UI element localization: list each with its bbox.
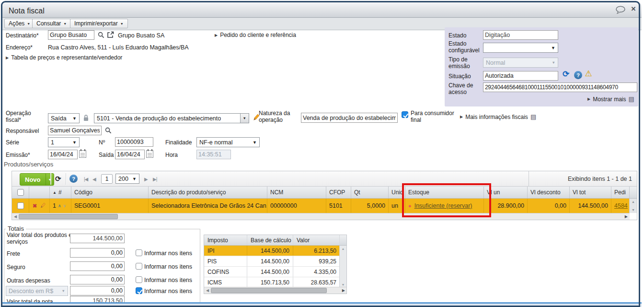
menu-consultar-label: Consultar — [36, 20, 61, 27]
edit-row-icon[interactable] — [39, 202, 46, 210]
estoque-insuficiente-link[interactable]: Insuficiente (reservar) — [414, 202, 472, 209]
refresh-situacao-icon[interactable]: ⟳ — [561, 69, 571, 79]
outras-informar-checkbox[interactable] — [136, 276, 142, 283]
seguro-informar-checkbox[interactable] — [136, 263, 142, 270]
outras-despesas-input[interactable] — [70, 275, 125, 284]
numero-input[interactable] — [115, 137, 153, 147]
header-valor[interactable]: Valor — [293, 235, 340, 245]
desconto-input[interactable] — [70, 286, 125, 295]
mais-informacoes-expander[interactable]: ▶ Mais informações fiscais ▤ — [460, 113, 536, 120]
header-pedido[interactable]: Pedi — [611, 187, 630, 198]
destinatario-display-name[interactable]: Grupo Busato SA — [118, 32, 164, 39]
pedido-cliente-expander[interactable]: ▶ Pedido do cliente e referência — [215, 32, 296, 38]
imposto-row-icms[interactable]: ICMS 150.713,50 28.635,57 — [204, 277, 346, 288]
help-icon[interactable]: ? — [574, 71, 582, 79]
endereco-value: Rua Castro Alves, 511 - Luís Eduardo Mag… — [48, 44, 189, 51]
page-first-icon[interactable]: |◀ — [84, 177, 88, 182]
estado-configuravel-select[interactable]: ▼ — [483, 43, 558, 53]
grid-horizontal-scrollbar[interactable]: ◀ ▶ — [12, 213, 630, 220]
scroll-left-icon[interactable]: ◀ — [206, 288, 209, 293]
search-icon[interactable] — [104, 127, 112, 134]
grid-vertical-scrollbar[interactable]: ▲ ▼ — [629, 199, 637, 213]
impostos-horizontal-scrollbar[interactable]: ◀ ▶ — [204, 287, 346, 294]
scrollbar-thumb[interactable] — [19, 214, 118, 219]
chevron-down-icon[interactable]: ▼ — [46, 174, 54, 185]
header-imposto[interactable]: Imposto — [204, 235, 247, 245]
imposto-valor: 6.213,50 — [293, 246, 340, 256]
page-number-box[interactable]: 1 — [101, 174, 113, 184]
header-cfop[interactable]: CFOP — [326, 187, 351, 198]
chat-icon[interactable] — [615, 5, 626, 14]
serie-select[interactable]: 1 ▼ — [48, 137, 80, 147]
scroll-down-icon[interactable]: ▼ — [632, 208, 635, 212]
responsavel-input[interactable] — [48, 126, 102, 135]
frete-input[interactable] — [70, 248, 125, 258]
page-next-icon[interactable]: ▶ — [144, 177, 148, 182]
header-num-cell[interactable]: ▲ # — [50, 187, 71, 198]
frete-informar-checkbox[interactable] — [136, 249, 142, 256]
refresh-grid-icon[interactable]: ⟳ — [55, 175, 61, 183]
imposto-valor: 939,25 — [293, 256, 340, 266]
imposto-row-pis[interactable]: PIS 144.500,00 939,25 — [204, 256, 346, 267]
table-row[interactable]: ✖ 1 ∧ ∨ SEG0001 Selecionadora Eletrônica… — [12, 199, 630, 213]
novo-button[interactable]: Novo ▼ — [20, 173, 54, 186]
header-descricao[interactable]: Descrição do produto/serviço — [149, 187, 267, 198]
move-down-icon[interactable]: ∨ — [63, 204, 67, 208]
search-icon[interactable] — [97, 31, 104, 38]
header-vl-un[interactable]: Vl un — [484, 187, 528, 198]
finalidade-select[interactable]: NF-e normal ▼ — [196, 137, 260, 147]
mostrar-mais-expander[interactable]: ▶ Mostrar mais ▤ — [587, 95, 634, 103]
consumidor-final-checkbox[interactable] — [402, 111, 408, 118]
scroll-up-icon[interactable]: ▲ — [342, 247, 345, 250]
operacao-tipo-select[interactable]: Saída ▼ — [48, 113, 80, 123]
chave-acesso-input[interactable] — [483, 83, 637, 92]
calendar-icon[interactable] — [79, 150, 86, 158]
destinatario-input[interactable] — [48, 30, 94, 40]
header-estoque[interactable]: Estoque — [405, 187, 484, 198]
saida-input[interactable] — [115, 150, 145, 159]
menu-imprimir-exportar[interactable]: Imprimir/exportar ▼ — [70, 19, 128, 28]
situacao-input[interactable] — [483, 71, 558, 81]
page-size-select[interactable]: 200 ▼ — [115, 174, 139, 184]
desconto-informar-checkbox[interactable] — [136, 287, 142, 294]
delete-row-icon[interactable]: ✖ — [33, 203, 37, 209]
menu-acoes[interactable]: Ações ▼ — [4, 19, 34, 28]
menu-consultar[interactable]: Consultar ▼ — [32, 19, 71, 28]
scroll-right-icon[interactable]: ▶ — [625, 214, 628, 219]
tipo-emissao-select: Normal ▼ — [483, 58, 558, 68]
header-vl-tot[interactable]: Vl tot — [570, 187, 611, 198]
scrollbar-thumb[interactable] — [211, 288, 327, 293]
header-qt[interactable]: Qt — [351, 187, 389, 198]
header-vl-desconto[interactable]: Vl desconto — [528, 187, 570, 198]
scroll-up-icon[interactable]: ▲ — [632, 200, 635, 203]
page-prev-icon[interactable]: ◀ — [92, 177, 96, 182]
desconto-informar-label: Informar nos itens — [144, 288, 192, 295]
operacao-codigo-select[interactable]: 5101 - Venda de produção do estabelecime… — [94, 113, 249, 123]
tabela-precos-expander[interactable]: ▶ Tabela de preços e representante/vende… — [6, 54, 122, 61]
natureza-operacao-input[interactable] — [301, 113, 398, 123]
seguro-input[interactable] — [70, 261, 125, 271]
select-all-checkbox[interactable] — [17, 189, 24, 196]
scroll-down-icon[interactable]: ▼ — [342, 283, 345, 286]
imposto-row-ipi[interactable]: IPI 144.500,00 6.213,50 — [204, 246, 346, 256]
row-checkbox[interactable] — [17, 202, 24, 209]
warning-icon[interactable]: ⚠ — [584, 69, 593, 78]
impostos-vertical-scrollbar[interactable]: ▲ ▼ — [339, 246, 346, 288]
chevron-down-icon: ▼ — [63, 22, 67, 25]
emissao-input[interactable] — [48, 150, 78, 159]
header-unid[interactable]: Unid — [389, 187, 405, 198]
open-record-icon[interactable] — [106, 31, 114, 38]
help-icon[interactable]: ? — [69, 175, 78, 183]
page-last-icon[interactable]: ▶| — [153, 177, 157, 182]
close-icon[interactable]: ✕ — [630, 5, 637, 12]
header-ncm[interactable]: NCM — [267, 187, 326, 198]
calendar-icon[interactable] — [146, 150, 153, 158]
scroll-right-icon[interactable]: ▶ — [342, 288, 345, 293]
move-up-icon[interactable]: ∧ — [58, 204, 61, 208]
header-codigo[interactable]: Código — [71, 187, 149, 198]
imposto-row-cofins[interactable]: COFINS 144.500,00 4.335,00 — [204, 267, 346, 277]
header-base[interactable]: Base de cálculo — [247, 235, 293, 245]
pedido-link[interactable]: 4584 — [614, 202, 628, 209]
imposto-base: 150.713,50 — [247, 277, 293, 287]
scroll-left-icon[interactable]: ◀ — [14, 214, 17, 219]
